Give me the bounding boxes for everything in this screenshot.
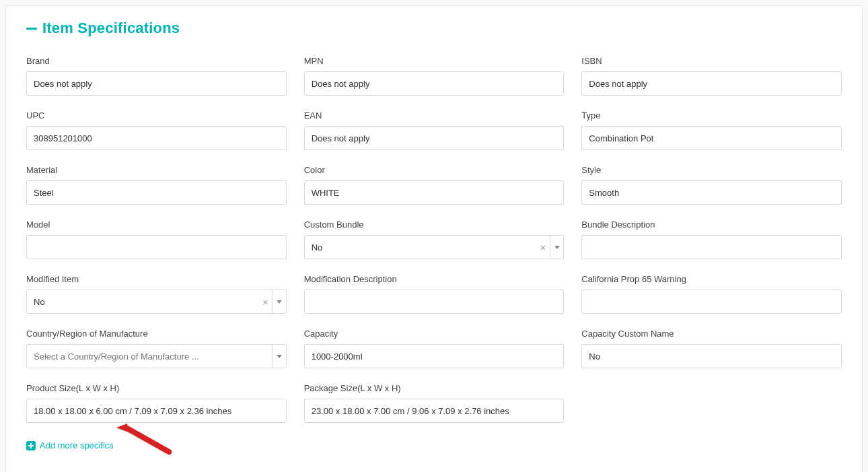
section-title: Item Specifications [42,20,180,37]
field-country: Country/Region of Manufacture [26,329,287,368]
clear-icon[interactable]: × [536,242,550,252]
modified-item-value[interactable] [27,290,258,313]
style-label: Style [581,165,842,175]
modification-description-input[interactable] [304,290,565,314]
chevron-down-icon [277,355,282,358]
mpn-input[interactable] [304,71,565,96]
field-type: Type [581,110,842,150]
country-label: Country/Region of Manufacture [26,329,287,339]
field-product-size: Product Size(L x W x H) [26,383,287,423]
type-label: Type [581,110,842,121]
clear-icon[interactable]: × [258,297,273,307]
custom-bundle-label: Custom Bundle [304,220,565,230]
field-prop65: California Prop 65 Warning [581,274,842,314]
field-brand: Brand [26,56,287,96]
color-input[interactable] [304,180,565,205]
field-modification-description: Modification Description [304,274,565,314]
prop65-label: California Prop 65 Warning [581,274,842,284]
modified-item-select[interactable]: × [26,290,287,314]
mpn-label: MPN [304,56,565,66]
prop65-input[interactable] [581,290,842,314]
package-size-label: Package Size(L x W x H) [304,383,565,393]
upc-label: UPC [26,110,287,121]
isbn-input[interactable] [581,71,842,96]
custom-bundle-select[interactable]: × [304,235,565,259]
type-input[interactable] [581,126,842,150]
field-material: Material [26,165,287,205]
country-value[interactable] [27,345,273,368]
field-capacity-custom-name: Capacity Custom Name [581,329,842,368]
capacity-input[interactable] [304,344,565,368]
custom-bundle-value[interactable] [305,236,536,259]
field-upc: UPC [26,110,287,150]
field-model: Model [26,220,287,259]
country-select[interactable] [26,344,287,368]
style-input[interactable] [581,180,842,205]
section-header: Item Specifications [26,20,842,37]
modification-description-label: Modification Description [304,274,565,284]
material-label: Material [26,165,287,175]
field-color: Color [304,165,565,205]
material-input[interactable] [26,180,287,205]
field-bundle-description: Bundle Description [581,220,842,259]
capacity-label: Capacity [304,329,565,339]
capacity-custom-name-input[interactable] [581,344,842,368]
field-modified-item: Modified Item × [26,274,287,314]
model-label: Model [26,220,287,230]
specifications-form: Brand MPN ISBN UPC EAN Type Material [26,56,842,423]
svg-marker-0 [116,424,127,432]
modified-item-label: Modified Item [26,274,287,284]
model-input[interactable] [26,235,287,259]
chevron-down-icon [554,246,560,249]
add-more-label: Add more specifics [40,440,114,450]
ean-input[interactable] [304,126,565,150]
add-more-specifics-link[interactable]: Add more specifics [26,440,114,450]
field-capacity: Capacity [304,329,565,368]
field-style: Style [581,165,842,205]
item-specifications-panel: Item Specifications Brand MPN ISBN UPC E… [5,5,863,472]
field-package-size: Package Size(L x W x H) [304,383,565,423]
product-size-input[interactable] [26,399,287,423]
collapse-icon[interactable] [26,28,37,30]
bundle-description-input[interactable] [581,235,842,259]
bundle-description-label: Bundle Description [581,220,842,230]
ean-label: EAN [304,110,565,121]
dropdown-toggle[interactable] [550,236,563,259]
field-isbn: ISBN [581,56,842,96]
brand-label: Brand [26,56,287,66]
capacity-custom-name-label: Capacity Custom Name [581,329,842,339]
annotation-arrow-icon [115,422,176,463]
field-mpn: MPN [304,56,565,96]
field-custom-bundle: Custom Bundle × [304,220,565,259]
brand-input[interactable] [26,71,287,96]
field-ean: EAN [304,110,565,150]
isbn-label: ISBN [581,56,842,66]
dropdown-toggle[interactable] [273,345,286,368]
upc-input[interactable] [26,126,287,150]
dropdown-toggle[interactable] [273,290,286,313]
product-size-label: Product Size(L x W x H) [26,383,287,393]
chevron-down-icon [277,300,282,304]
package-size-input[interactable] [304,399,565,423]
color-label: Color [304,165,565,175]
plus-icon [26,441,36,450]
